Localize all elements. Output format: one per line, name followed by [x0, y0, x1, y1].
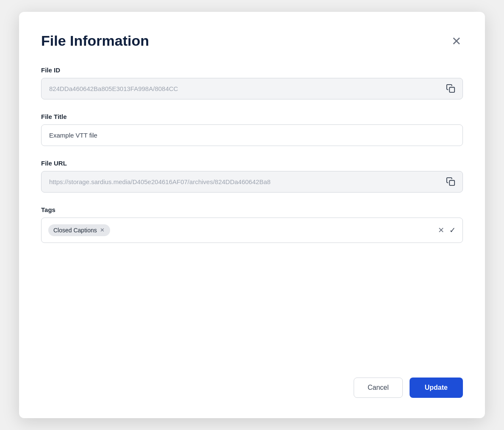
- file-url-input-wrapper: [41, 171, 463, 193]
- tags-confirm-button[interactable]: ✓: [449, 226, 456, 235]
- dialog-title: File Information: [41, 32, 149, 50]
- file-title-input[interactable]: [41, 124, 463, 146]
- file-url-copy-button[interactable]: [444, 175, 457, 188]
- tag-remove-button[interactable]: ✕: [100, 227, 105, 233]
- tags-input-wrapper[interactable]: Closed Captions ✕ ✕ ✓: [41, 218, 463, 243]
- file-id-label: File ID: [41, 66, 463, 74]
- file-url-label: File URL: [41, 160, 463, 167]
- tags-group: Tags Closed Captions ✕ ✕ ✓: [41, 206, 463, 243]
- file-id-input[interactable]: [41, 78, 463, 99]
- dialog-header: File Information ✕: [41, 32, 463, 50]
- tags-actions: ✕ ✓: [438, 226, 456, 235]
- svg-rect-0: [449, 88, 454, 93]
- tags-confirm-icon: ✓: [449, 226, 456, 235]
- tags-clear-icon: ✕: [438, 226, 444, 235]
- update-button[interactable]: Update: [410, 378, 463, 398]
- close-icon: ✕: [451, 36, 461, 47]
- file-title-label: File Title: [41, 113, 463, 120]
- file-url-input[interactable]: [41, 171, 463, 193]
- file-title-group: File Title: [41, 113, 463, 146]
- dialog-footer: Cancel Update: [41, 364, 463, 398]
- tag-chip: Closed Captions ✕: [48, 224, 110, 236]
- file-id-input-wrapper: [41, 78, 463, 99]
- file-id-group: File ID: [41, 66, 463, 99]
- svg-rect-1: [449, 181, 454, 186]
- tags-label: Tags: [41, 206, 463, 213]
- cancel-button[interactable]: Cancel: [354, 378, 403, 398]
- copy-icon: [446, 84, 455, 93]
- file-information-dialog: File Information ✕ File ID File Title Fi…: [19, 12, 485, 418]
- tag-remove-icon: ✕: [100, 227, 105, 233]
- copy-icon: [446, 177, 455, 186]
- file-id-copy-button[interactable]: [444, 82, 457, 95]
- close-button[interactable]: ✕: [450, 34, 463, 49]
- file-title-input-wrapper: [41, 124, 463, 146]
- tags-clear-button[interactable]: ✕: [438, 226, 444, 235]
- tag-chip-label: Closed Captions: [53, 227, 97, 234]
- file-url-group: File URL: [41, 160, 463, 193]
